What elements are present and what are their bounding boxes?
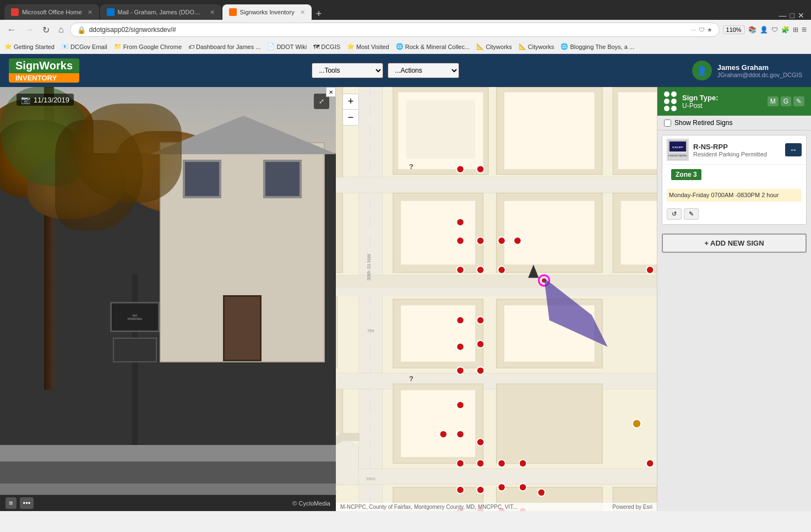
sign-action-maps-btn[interactable]: M	[768, 96, 779, 106]
bookmark-ddotwiki[interactable]: 📄 DDOT Wiki	[267, 43, 307, 50]
refresh-button[interactable]: ↻	[40, 24, 52, 36]
dot-row-1	[664, 91, 677, 97]
esri-credit: Powered by Esri	[612, 504, 652, 510]
bookmark-cw2-icon: 📐	[519, 43, 526, 50]
dot-3	[664, 99, 670, 104]
logo-inventory: INVENTORY	[9, 73, 79, 83]
tab-ms-office[interactable]: Microsoft Office Home ✕	[4, 4, 99, 20]
bookmark-dashboard[interactable]: 🏷 Dashboard for James ...	[188, 44, 260, 50]
toolbar-dropdowns: ...Tools ...Actions	[312, 63, 459, 78]
tab-ms-close[interactable]: ✕	[88, 9, 92, 16]
user-details: James Graham JGraham@ddot.dc.gov_DCGIS	[717, 63, 802, 78]
tools-dropdown[interactable]: ...Tools	[312, 63, 383, 78]
sign-edit-btn[interactable]: ✎	[684, 208, 699, 220]
close-window-btn[interactable]: ✕	[798, 11, 804, 20]
svg-point-79	[538, 489, 545, 496]
tab-bar: Microsoft Office Home ✕ Mail - Graham, J…	[0, 0, 811, 20]
svg-rect-19	[406, 100, 475, 159]
sign-type-label: Sign Type:	[682, 94, 718, 102]
svg-text:39th St NW: 39th St NW	[366, 253, 372, 281]
svg-point-67	[456, 431, 464, 438]
forward-button[interactable]: →	[22, 24, 36, 36]
maximize-btn[interactable]: □	[790, 11, 794, 20]
add-new-sign-button[interactable]: + ADD NEW SIGN	[662, 234, 807, 253]
shield-icon[interactable]: 🛡	[771, 26, 778, 34]
tab-sw-close[interactable]: ✕	[300, 9, 305, 16]
tab-signworks[interactable]: Signworks Inventory ✕	[222, 4, 312, 20]
sign-action-edit-type-btn[interactable]: ✎	[793, 96, 804, 106]
dot-4	[671, 99, 677, 104]
bookmark-rock-icon: 🌐	[396, 43, 404, 50]
bookmark-dash-icon: 🏷	[188, 44, 194, 50]
camera-icon: 📷	[21, 95, 30, 104]
user-avatar-icon: 👤	[696, 66, 707, 76]
logo-signworks: SignWorks	[9, 58, 79, 73]
show-retired-checkbox[interactable]	[664, 120, 671, 127]
sign-full-name: Resident Parking Permitted	[693, 151, 781, 158]
svg-rect-29	[621, 201, 657, 265]
back-button[interactable]: ←	[4, 24, 19, 36]
sv-door	[223, 295, 262, 361]
sv-window-1	[183, 160, 221, 198]
bookmark-gs-icon: ⭐	[4, 43, 12, 50]
bookmark-blog-icon: 🌐	[560, 43, 568, 50]
home-button[interactable]: ⌂	[56, 24, 67, 36]
svg-point-66	[456, 401, 464, 409]
map-zoom-out-button[interactable]: −	[343, 110, 358, 125]
bookmark-getting-started[interactable]: ⭐ Getting Started	[4, 43, 55, 50]
account-icon[interactable]: 👤	[760, 26, 768, 34]
svg-point-44	[456, 165, 464, 172]
sign-action-globe-btn[interactable]: G	[781, 96, 791, 106]
user-info: 👤 James Graham JGraham@ddot.dc.gov_DCGIS	[692, 61, 802, 80]
dot-6	[671, 106, 677, 111]
svg-point-52	[477, 266, 484, 273]
bookmark-chrome[interactable]: 📁 From Google Chrome	[114, 43, 182, 50]
bookmark-most-visited[interactable]: ⭐ Most Visited	[347, 43, 389, 50]
svg-point-48	[456, 237, 464, 244]
sign-card-header: R-NS-RPP RESIDENT PARKING R-NS-RPP Resid…	[662, 135, 806, 165]
sw-favicon	[229, 8, 237, 16]
map-zoom-in-button[interactable]: +	[343, 94, 358, 110]
bookmark-cityworks1[interactable]: 📐 Cityworks	[476, 43, 512, 50]
extension-icon[interactable]: 🧩	[781, 26, 790, 34]
sign-zone-container: Zone 3	[662, 165, 806, 184]
tab-mail-close[interactable]: ✕	[210, 9, 215, 16]
new-tab-button[interactable]: +	[313, 8, 325, 20]
svg-rect-1	[336, 87, 342, 177]
svg-rect-21	[504, 93, 595, 170]
ms-favicon	[11, 8, 19, 16]
minimize-btn[interactable]: —	[779, 11, 787, 20]
bookmarks-icon[interactable]: 📚	[748, 26, 756, 34]
sv-house-wall	[160, 142, 325, 362]
sign-arrow-button[interactable]: ↔	[785, 143, 802, 156]
svg-point-75	[456, 486, 464, 493]
user-avatar: 👤	[692, 61, 712, 80]
logo-area: SignWorks INVENTORY	[9, 58, 79, 83]
svg-point-72	[498, 460, 505, 467]
sv-sign-1: NOPARKING	[110, 302, 160, 332]
grid-icon[interactable]: ⊞	[793, 26, 798, 34]
svg-text:3901: 3901	[366, 476, 375, 481]
bookmark-dcgis[interactable]: 🗺 DCGIS	[313, 44, 340, 50]
bookmark-dcgov[interactable]: 📧 DCGov Email	[61, 43, 107, 50]
bookmark-blogging[interactable]: 🌐 Blogging The Boys, a ...	[560, 43, 634, 50]
bookmark-rock[interactable]: 🌐 Rock & Mineral Collec...	[396, 43, 470, 50]
svg-rect-27	[504, 201, 595, 265]
bookmarks-bar: ⭐ Getting Started 📧 DCGov Email 📁 From G…	[0, 40, 811, 54]
map-zoom-controls: + −	[342, 94, 359, 126]
show-retired-row: Show Retired Signs	[657, 116, 811, 131]
tab-mail[interactable]: Mail - Graham, James (DDOT)... ✕	[100, 4, 221, 20]
address-bar-row: ← → ↻ ⌂ 🔒 ddotgisapp02/signworksdev/# ··…	[0, 20, 811, 40]
sv-menu-button[interactable]: ≡	[6, 497, 17, 509]
more-menu-btn[interactable]: ≡	[802, 25, 807, 35]
bookmark-cityworks2[interactable]: 📐 Cityworks	[519, 43, 554, 50]
svg-point-63	[456, 367, 464, 374]
map-panel[interactable]: 39th St NW 398 3901 m PI NW	[336, 87, 657, 511]
refresh-icon: ↺	[672, 210, 677, 218]
sv-dots-button[interactable]: •••	[20, 497, 34, 509]
sign-svg: R-NS-RPP RESIDENT PARKING	[667, 139, 688, 160]
sign-refresh-btn[interactable]: ↺	[667, 208, 682, 220]
streetview-close-button[interactable]: ✕	[326, 87, 336, 97]
address-bar[interactable]: 🔒 ddotgisapp02/signworksdev/# ··· 🛡 ★	[70, 23, 720, 37]
actions-dropdown[interactable]: ...Actions	[388, 63, 459, 78]
